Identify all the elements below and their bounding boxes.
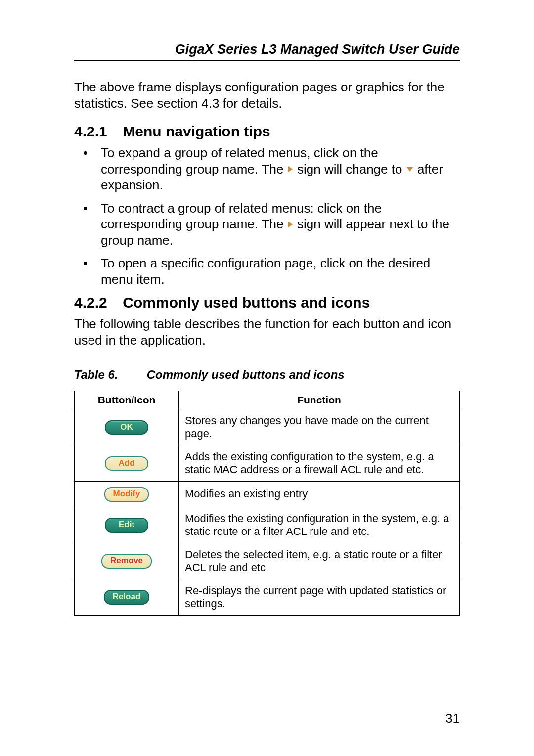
section-number: 4.2.2 [74, 294, 119, 311]
arrow-down-icon [407, 167, 413, 172]
section-422-intro: The following table describes the functi… [74, 316, 460, 348]
table-row: OK Stores any changes you have made on t… [75, 409, 460, 445]
table-cell-function: Stores any changes you have made on the … [179, 409, 460, 445]
table-cell-icon: Add [75, 445, 179, 482]
table-header-function: Function [179, 391, 460, 409]
section-heading-422: 4.2.2 Commonly used buttons and icons [74, 294, 460, 311]
edit-button-icon: Edit [105, 518, 148, 533]
table-cell-icon: Reload [75, 579, 179, 615]
table-header-icon: Button/Icon [75, 391, 179, 409]
add-button-icon: Add [105, 456, 148, 471]
ok-button-icon: OK [105, 420, 148, 435]
table-caption-label: Table 6. [74, 368, 143, 382]
section-number: 4.2.1 [74, 123, 119, 140]
bullet-text: sign will change to [294, 162, 406, 177]
page-number: 31 [445, 711, 460, 726]
table-row: Edit Modifies the existing configuration… [75, 507, 460, 543]
bullet-marker: • [92, 200, 101, 217]
bullet-item: •To expand a group of related menus, cli… [92, 145, 460, 193]
table-cell-function: Modifies an existing entry [179, 482, 460, 507]
buttons-icons-table: Button/Icon Function OK Stores any chang… [74, 391, 460, 616]
bullet-marker: • [92, 255, 101, 271]
table-caption-text: Commonly used buttons and icons [147, 368, 345, 381]
intro-paragraph: The above frame displays configuration p… [74, 79, 460, 111]
bullet-item: •To contract a group of related menus: c… [92, 200, 460, 249]
table-cell-icon: Edit [75, 507, 179, 543]
modify-button-icon: Modify [104, 487, 149, 502]
section-title: Menu navigation tips [123, 123, 270, 139]
table-header-row: Button/Icon Function [75, 391, 460, 409]
table-row: Modify Modifies an existing entry [75, 482, 460, 507]
document-page: GigaX Series L3 Managed Switch User Guid… [0, 0, 534, 756]
page-header-title: GigaX Series L3 Managed Switch User Guid… [74, 42, 460, 61]
section-title: Commonly used buttons and icons [123, 294, 370, 311]
table-cell-function: Deletes the selected item, e.g. a static… [179, 543, 460, 579]
table-row: Add Adds the existing configuration to t… [75, 445, 460, 482]
table-cell-icon: OK [75, 409, 179, 445]
table-caption: Table 6. Commonly used buttons and icons [74, 368, 460, 382]
bullet-list-421: •To expand a group of related menus, cli… [92, 145, 460, 287]
table-cell-icon: Remove [75, 543, 179, 579]
bullet-text: To open a specific configuration page, c… [101, 256, 430, 287]
table-cell-function: Re-displays the current page with update… [179, 579, 460, 615]
remove-button-icon: Remove [101, 554, 152, 569]
bullet-marker: • [92, 145, 101, 161]
table-cell-function: Adds the existing configuration to the s… [179, 445, 460, 482]
arrow-right-icon [288, 166, 293, 172]
section-heading-421: 4.2.1 Menu navigation tips [74, 123, 460, 140]
table-row: Remove Deletes the selected item, e.g. a… [75, 543, 460, 579]
bullet-item: •To open a specific configuration page, … [92, 255, 460, 287]
table-row: Reload Re-displays the current page with… [75, 579, 460, 615]
table-cell-icon: Modify [75, 482, 179, 507]
table-cell-function: Modifies the existing configuration in t… [179, 507, 460, 543]
reload-button-icon: Reload [104, 590, 150, 605]
arrow-right-icon [288, 222, 293, 227]
